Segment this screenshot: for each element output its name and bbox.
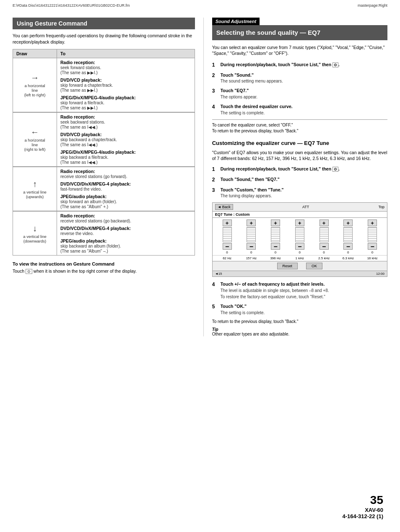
entry-title: DVD/VCD/DivX/MPEG-4 playback: bbox=[60, 181, 131, 186]
entry-text: skip forward a chapter/track.(The same a… bbox=[60, 83, 113, 93]
entry-text: skip forward an album (folder).(The same… bbox=[60, 199, 117, 209]
step-desc: The level is adjustable in single steps,… bbox=[221, 288, 329, 299]
entry-block: DVD/VCD/DivX/MPEG-4 playback: fast-forwa… bbox=[60, 181, 191, 191]
eq-band-value: 0 bbox=[275, 251, 276, 254]
eq-plus-button[interactable]: + bbox=[368, 220, 377, 226]
freq-label: 1 kHz bbox=[294, 256, 306, 260]
right-column: Sound Adjustment Selecting the sound qua… bbox=[203, 18, 387, 336]
eq-minus-button[interactable]: − bbox=[295, 243, 304, 250]
eq-plus-button[interactable]: + bbox=[295, 220, 304, 226]
gesture-label-up: a vertical line(upwards) bbox=[23, 190, 46, 199]
eq-status-left: ◄15 bbox=[215, 272, 222, 276]
step-title: Touch "Custom," then "Tune." bbox=[221, 187, 284, 192]
eq-band-value: 0 bbox=[347, 251, 349, 254]
eq-band-157hz: + − 0 bbox=[245, 220, 257, 254]
eq-top-label: Top bbox=[378, 205, 384, 209]
entry-block: JPEG/DivX/MPEG-4/audio playback: skip ba… bbox=[60, 150, 191, 165]
eq-ok-button[interactable]: OK bbox=[306, 263, 322, 269]
eq-plus-button[interactable]: + bbox=[223, 220, 232, 226]
step-content: Touch "Custom," then "Tune." The tuning … bbox=[221, 187, 284, 199]
eq-band-value: 0 bbox=[250, 251, 252, 254]
to-cell-up: Radio reception: receive stored stations… bbox=[57, 167, 195, 211]
cancel-note: To cancel the equalizer curve, select "O… bbox=[212, 119, 387, 134]
step-title: During reception/playback, touch "Source… bbox=[221, 62, 340, 67]
eq-band-6_3khz: + − 0 bbox=[342, 220, 354, 254]
eq-minus-button[interactable]: − bbox=[223, 243, 232, 250]
return-note: To return to the previous display, touch… bbox=[212, 319, 387, 324]
step-title: Touch "OK." bbox=[221, 304, 247, 309]
eq-bar-visual bbox=[223, 227, 232, 242]
eq-band-value: 0 bbox=[299, 251, 301, 254]
step-4: 4 Touch the desired equalizer curve. The… bbox=[212, 103, 387, 116]
header-left: E:\#Data Disc\4164312221\41643122XAV60EU… bbox=[13, 3, 130, 8]
eq-reset-button[interactable]: Reset bbox=[277, 263, 298, 269]
entry-text: skip backward a chapter/track.(The same … bbox=[60, 137, 117, 147]
eq-bar-visual bbox=[319, 227, 329, 242]
eq-plus-button[interactable]: + bbox=[271, 220, 280, 226]
step-content: Touch "Sound," then "EQ7." bbox=[221, 176, 280, 183]
step-2: 2 Touch "Sound." The sound setting menu … bbox=[212, 72, 387, 85]
eq-band-62hz: + − 0 bbox=[221, 220, 234, 254]
model-info: XAV-60 bbox=[342, 507, 383, 513]
eq-band-1khz: + − 0 bbox=[294, 220, 306, 254]
tune-step-2: 2 Touch "Sound," then "EQ7." bbox=[212, 176, 387, 183]
part-number: 4-164-312-22 (1) bbox=[342, 513, 383, 519]
entry-block: Radio reception: receive stored stations… bbox=[60, 169, 191, 179]
eq7-tune-section: Customizing the equalizer curve — EQ7 Tu… bbox=[212, 140, 387, 336]
eq-bar-visual bbox=[271, 227, 280, 242]
step-desc: The setting is complete. bbox=[221, 111, 265, 115]
step-number: 2 bbox=[212, 72, 218, 85]
page-header: E:\#Data Disc\4164312221\41643122XAV60EU… bbox=[0, 0, 400, 9]
entry-block: Radio reception: seek backward stations.… bbox=[60, 114, 191, 129]
step-1: 1 During reception/playback, touch "Sour… bbox=[212, 62, 387, 69]
draw-cell-up: ↑ a vertical line(upwards) bbox=[13, 167, 57, 211]
eq-plus-button[interactable]: + bbox=[247, 220, 256, 226]
eq-topbar: ◄ Back ATT Top bbox=[213, 203, 387, 212]
draw-cell-left: ← a horizontalline(right to left) bbox=[13, 112, 57, 167]
entry-title: DVD/VCD playback: bbox=[60, 77, 102, 83]
eq-bar-visual bbox=[343, 227, 353, 242]
gesture-label-right: a horizontalline(left to right) bbox=[24, 83, 46, 97]
eq-band-value: 0 bbox=[226, 251, 228, 254]
eq-minus-button[interactable]: − bbox=[247, 243, 256, 250]
eq-statusbar: ◄15 12:00 bbox=[213, 271, 387, 276]
step-title: During reception/playback, touch "Source… bbox=[221, 166, 340, 171]
step-number: 4 bbox=[212, 103, 218, 116]
eq-minus-button[interactable]: − bbox=[319, 243, 329, 250]
eq-band-396hz: + − 0 bbox=[269, 220, 282, 254]
entry-title: Radio reception: bbox=[60, 213, 95, 218]
table-row: ↓ a vertical line(downwards) Radio recep… bbox=[13, 211, 195, 256]
entry-text: skip backward an album (folder).(The sam… bbox=[60, 244, 121, 253]
step-number: 1 bbox=[212, 166, 218, 173]
eq-bar-visual bbox=[368, 227, 377, 242]
eq-band-value: 0 bbox=[371, 251, 373, 254]
eq-att-label: ATT bbox=[302, 205, 309, 209]
step-content: Touch "Sound." The sound setting menu ap… bbox=[221, 72, 283, 85]
cancel-note-text: To cancel the equalizer curve, select "O… bbox=[212, 123, 299, 133]
table-header-draw: Draw bbox=[13, 49, 57, 58]
tune-step-5: 5 Touch "OK." The setting is complete. bbox=[212, 303, 387, 316]
entry-title: Radio reception: bbox=[60, 169, 95, 174]
step-number: 3 bbox=[212, 187, 218, 199]
entry-text: receive stored stations (go forward). bbox=[60, 174, 127, 179]
entry-text: seek forward stations.(The same as ▶▶I.) bbox=[60, 65, 101, 75]
eq-bar-visual bbox=[295, 227, 304, 242]
page-number: 35 bbox=[342, 493, 383, 507]
to-cell-right: Radio reception: seek forward stations.(… bbox=[57, 58, 195, 113]
draw-cell-down: ↓ a vertical line(downwards) bbox=[13, 211, 57, 256]
up-arrow-icon: ↑ bbox=[16, 179, 53, 189]
gesture-icon: ⊙ bbox=[26, 269, 32, 274]
entry-block: JPEG/DivX/MPEG-4/audio playback: skip fo… bbox=[60, 95, 191, 110]
eq-minus-button[interactable]: − bbox=[368, 243, 377, 250]
eq7-intro: You can select an equalizer curve from 7… bbox=[212, 44, 387, 57]
eq-back-button[interactable]: ◄ Back bbox=[215, 204, 233, 210]
gesture-label-left: a horizontalline(right to left) bbox=[24, 138, 46, 152]
eq-plus-button[interactable]: + bbox=[319, 220, 329, 226]
entry-block: Radio reception: receive stored stations… bbox=[60, 213, 191, 223]
eq-bar-visual bbox=[247, 227, 256, 242]
tip-text: Other equalizer types are also adjustabl… bbox=[212, 332, 290, 336]
eq-minus-button[interactable]: − bbox=[343, 243, 353, 250]
eq-plus-button[interactable]: + bbox=[343, 220, 353, 226]
eq-minus-button[interactable]: − bbox=[271, 243, 280, 250]
entry-title: JPEG/audio playback: bbox=[60, 238, 106, 243]
